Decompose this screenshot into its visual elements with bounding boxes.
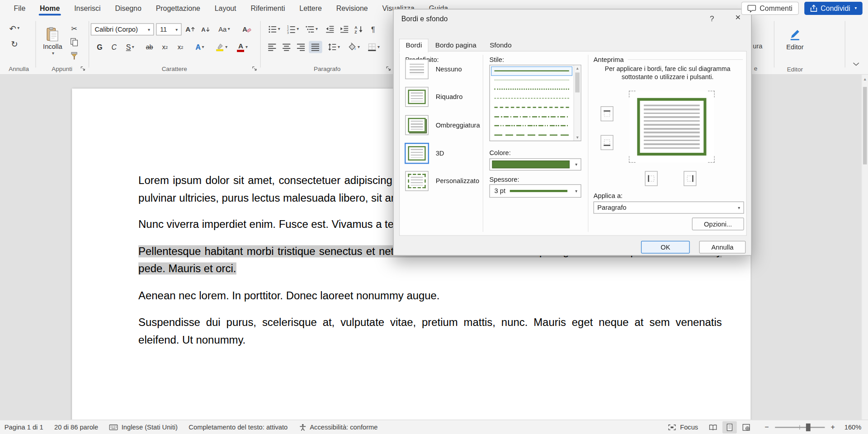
scroll-down-arrow[interactable]: ▼ <box>574 136 581 140</box>
tab-lettere[interactable]: Lettere <box>292 0 329 17</box>
paragraph[interactable]: Suspendisse dui purus, scelerisque at, v… <box>138 314 722 349</box>
font-size-select[interactable]: 11▾ <box>156 23 181 35</box>
italic-button[interactable]: C <box>108 41 121 53</box>
sort-button[interactable]: AZ <box>352 23 365 35</box>
paragraph-dialog-launcher[interactable] <box>386 66 391 71</box>
grow-font-button[interactable]: A <box>184 23 197 35</box>
word-count[interactable]: 20 di 86 parole <box>49 423 104 431</box>
style-item-dashed[interactable] <box>491 103 572 112</box>
top-border-toggle-button[interactable] <box>601 106 613 121</box>
zoom-out-button[interactable]: − <box>764 423 770 431</box>
tab-layout[interactable]: Layout <box>208 0 244 17</box>
font-dialog-launcher[interactable] <box>252 66 257 71</box>
share-button[interactable]: Condividi ▾ <box>804 2 863 15</box>
tab-progettazione[interactable]: Progettazione <box>149 0 208 17</box>
scroll-up-arrow[interactable]: ▲ <box>862 77 868 81</box>
border-preview-diagram[interactable] <box>629 91 714 162</box>
cancel-button[interactable]: Annulla <box>699 241 746 254</box>
paste-button[interactable]: Incolla ▾ <box>40 20 65 63</box>
tab-disegno[interactable]: Disegno <box>108 0 148 17</box>
zoom-slider-thumb[interactable] <box>806 423 810 431</box>
web-layout-button[interactable] <box>739 421 754 433</box>
scroll-up-arrow[interactable]: ▲ <box>574 66 581 71</box>
show-paragraph-marks-button[interactable]: ¶ <box>367 23 380 35</box>
align-center-button[interactable] <box>280 41 293 53</box>
text-completion-status[interactable]: Completamento del testo: attivato <box>183 423 293 431</box>
dialog-help-button[interactable]: ? <box>707 14 717 23</box>
bottom-border-toggle-button[interactable] <box>601 135 613 150</box>
bold-button[interactable]: G <box>93 41 106 53</box>
subscript-button[interactable]: x2 <box>158 41 171 53</box>
style-item-dash-dot[interactable] <box>491 112 572 121</box>
decrease-indent-button[interactable] <box>323 23 336 35</box>
tab-riferimenti[interactable]: Riferimenti <box>243 0 292 17</box>
border-style-list[interactable]: ▲ ▼ <box>489 65 581 141</box>
collapse-ribbon-chevron[interactable] <box>853 62 860 66</box>
font-color-button[interactable]: A▾ <box>234 41 251 53</box>
style-item-solid-selected[interactable] <box>491 66 572 75</box>
tab-home[interactable]: Home <box>33 0 67 17</box>
shrink-font-button[interactable]: A <box>199 23 212 35</box>
shading-button[interactable]: ▾ <box>345 41 362 53</box>
editor-button[interactable]: Editor <box>779 18 811 61</box>
superscript-button[interactable]: x2 <box>174 41 187 53</box>
tab-inserisci[interactable]: Inserisci <box>67 0 108 17</box>
print-layout-button[interactable] <box>722 421 737 433</box>
right-border-toggle-button[interactable] <box>684 171 696 186</box>
preset-nessuno[interactable]: Nessuno <box>405 59 462 79</box>
focus-toggle[interactable]: Focus <box>662 423 703 431</box>
scrollbar-thumb[interactable] <box>863 87 867 164</box>
undo-button[interactable]: ↶▾ <box>8 22 21 34</box>
line-spacing-button[interactable]: ▾ <box>326 41 342 53</box>
style-item-dotted[interactable] <box>491 85 572 94</box>
read-mode-button[interactable] <box>706 421 720 433</box>
accessibility-status[interactable]: Accessibilità: conforme <box>293 423 383 431</box>
options-button[interactable]: Opzioni... <box>692 217 744 230</box>
dialog-tab-bordi[interactable]: Bordi <box>399 39 429 53</box>
style-item-dash-wide[interactable] <box>491 130 572 139</box>
text-highlight-button[interactable]: ▾ <box>212 41 230 53</box>
dialog-tab-sfondo[interactable]: Sfondo <box>483 39 518 52</box>
page-indicator[interactable]: Pagina 1 di 1 <box>0 423 49 431</box>
left-border-toggle-button[interactable] <box>645 171 658 186</box>
dialog-tab-bordo-pagina[interactable]: Bordo pagina <box>429 39 483 52</box>
paragraph[interactable]: Aenean nec lorem. In porttitor. Donec la… <box>138 287 722 305</box>
style-item-dashed-fine[interactable] <box>491 94 572 103</box>
underline-button[interactable]: S▾ <box>122 41 138 53</box>
vertical-scrollbar[interactable]: ▲ <box>861 75 868 420</box>
scrollbar-thumb[interactable] <box>575 72 580 92</box>
style-item-dash-dot-dot[interactable] <box>491 121 572 130</box>
cut-button[interactable]: ✂ <box>67 22 80 34</box>
style-list-scrollbar[interactable]: ▲ ▼ <box>574 65 581 141</box>
font-name-select[interactable]: Calibri (Corpo)▾ <box>91 23 154 35</box>
borders-button[interactable]: ▾ <box>365 41 382 53</box>
preset-ombreggiatura[interactable]: Ombreggiatura <box>405 115 480 135</box>
format-painter-button[interactable] <box>67 50 80 62</box>
zoom-slider[interactable] <box>775 426 825 427</box>
text-effects-button[interactable]: A▾ <box>192 41 208 53</box>
numbered-list-button[interactable]: 123▾ <box>284 23 301 35</box>
language-indicator[interactable]: Inglese (Stati Uniti) <box>104 423 184 431</box>
clipboard-dialog-launcher[interactable] <box>80 66 86 71</box>
dictation-button-partial[interactable]: ura <box>753 42 762 50</box>
border-width-select[interactable]: 3 pt ▾ <box>489 184 581 198</box>
comments-button[interactable]: Commenti <box>741 2 798 15</box>
zoom-level[interactable]: 160% <box>844 423 862 431</box>
zoom-in-button[interactable]: + <box>830 423 836 431</box>
increase-indent-button[interactable] <box>338 23 351 35</box>
tab-revisione[interactable]: Revisione <box>329 0 375 17</box>
preset-personalizzato[interactable]: Personalizzato <box>405 171 479 191</box>
preset-3d-selected[interactable]: 3D <box>405 143 444 163</box>
align-left-button[interactable] <box>266 41 279 53</box>
align-right-button[interactable] <box>294 41 307 53</box>
tab-file[interactable]: File <box>7 0 33 17</box>
justify-button[interactable] <box>309 41 322 53</box>
bullet-list-button[interactable]: ▾ <box>266 23 283 35</box>
apply-to-select[interactable]: Paragrafo ▾ <box>594 202 744 214</box>
preset-riquadro[interactable]: Riquadro <box>405 87 462 107</box>
ok-button[interactable]: OK <box>641 241 690 254</box>
change-case-button[interactable]: Aa▾ <box>216 23 233 35</box>
multilevel-list-button[interactable]: ▾ <box>303 23 320 35</box>
copy-button[interactable] <box>67 36 80 48</box>
style-item-dotted-fine[interactable] <box>491 75 572 85</box>
